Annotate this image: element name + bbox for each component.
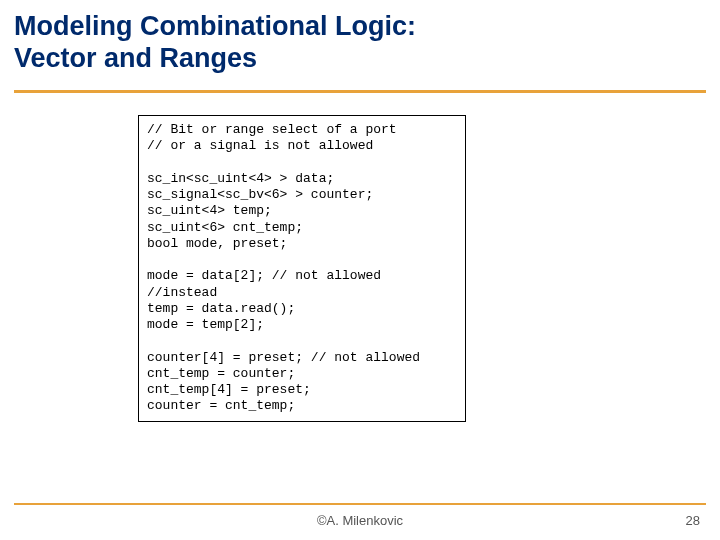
slide-title: Modeling Combinational Logic: Vector and… bbox=[14, 10, 706, 75]
top-divider bbox=[14, 90, 706, 93]
title-line-2: Vector and Ranges bbox=[14, 43, 257, 73]
code-block: // Bit or range select of a port // or a… bbox=[138, 115, 466, 422]
slide: Modeling Combinational Logic: Vector and… bbox=[0, 0, 720, 540]
bottom-divider bbox=[14, 503, 706, 505]
page-number: 28 bbox=[686, 513, 700, 528]
title-line-1: Modeling Combinational Logic: bbox=[14, 11, 416, 41]
footer-author: ©A. Milenkovic bbox=[0, 513, 720, 528]
